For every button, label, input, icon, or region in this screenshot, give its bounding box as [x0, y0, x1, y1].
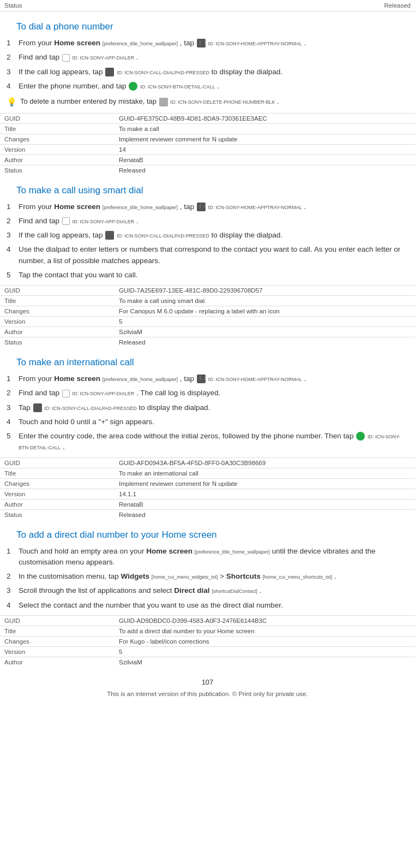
step-text: Enter the country code, the area code wi… [19, 431, 408, 453]
step-item: 3 Tap ID: ICN-SONY-CALL-DIALPAD-PRESSED … [0, 402, 415, 413]
step-text: Find and tap ID: ICN-SONY-APP-DIALER . [19, 216, 408, 227]
meta-value: GUID-AFD0943A-BF5A-4F5D-8FF0-0A30C3B9866… [115, 457, 415, 468]
meta-label: Version [0, 317, 115, 327]
id-ref: ID: ICN-SONY-APP-DIALER [73, 219, 135, 224]
step-text: Scroll through the list of applications … [19, 585, 408, 596]
id-ref: [preference_title_home_wallpaper] [103, 41, 178, 46]
steps-list-direct-dial: 1 Touch and hold an empty area on your H… [0, 546, 415, 611]
step-item: 4 Select the contact and the number that… [0, 600, 415, 611]
meta-row: Status Released [0, 337, 415, 348]
meta-row: Changes For Kugo - label/icon correction… [0, 636, 415, 646]
step-number: 2 [7, 388, 19, 399]
step-number: 4 [7, 81, 19, 92]
meta-value: To make an international call [115, 468, 415, 478]
meta-value: To add a direct dial number to your Home… [115, 626, 415, 636]
meta-label: Version [0, 144, 115, 154]
page-container: Status Released To dial a phone number 1… [0, 0, 415, 722]
meta-label: Version [0, 489, 115, 499]
meta-label: Version [0, 646, 115, 657]
meta-value: SzilviaM [115, 327, 415, 337]
id-ref: [preference_title_home_wallpaper] [195, 549, 270, 555]
step-text: If the call log appears, tap ID: ICN-SON… [19, 230, 408, 241]
step-item: 3 If the call log appears, tap ID: ICN-S… [0, 67, 415, 78]
meta-table-smart-dial: GUID GUID-7A25E697-13EE-481C-89D0-229396… [0, 285, 415, 347]
delete-icon [159, 98, 168, 106]
meta-label: Status [0, 337, 115, 348]
section-heading-international: To make an international call [16, 357, 415, 368]
steps-list-international: 1 From your Home screen [preference_titl… [0, 373, 415, 453]
apps-icon [197, 374, 206, 383]
dialpad-icon [33, 403, 42, 412]
meta-label: Status [0, 165, 115, 175]
id-ref: ID: ICN-SONY-CALL-DIALPAD-PRESSED [117, 70, 209, 75]
step-number: 5 [7, 270, 19, 281]
meta-value: RenataB [115, 499, 415, 509]
status-label: Status [4, 2, 22, 9]
step-number: 1 [7, 546, 19, 557]
bold-text: Home screen [146, 547, 193, 555]
meta-label: GUID [0, 457, 115, 468]
meta-row: Title To add a direct dial number to you… [0, 626, 415, 636]
step-item: 2 Find and tap ID: ICN-SONY-APP-DIALER .… [0, 388, 415, 399]
meta-row: Version 5 [0, 646, 415, 657]
meta-table-direct-dial: GUID GUID-AD9DBDC0-D399-4583-A0F3-2476E6… [0, 615, 415, 667]
step-item: 1 From your Home screen [preference_titl… [0, 201, 415, 212]
step-item: 1 From your Home screen [preference_titl… [0, 373, 415, 384]
step-number: 1 [7, 38, 19, 49]
meta-row: Author SzilviaM [0, 327, 415, 337]
phone-icon [62, 54, 70, 62]
meta-row: Title To make an international call [0, 468, 415, 478]
meta-row: Changes Implement reviewer comment for N… [0, 478, 415, 489]
meta-value: 5 [115, 317, 415, 327]
id-ref: [preference_title_home_wallpaper] [103, 205, 178, 210]
apps-icon [197, 203, 206, 211]
copyright: This is an internet version of this publ… [0, 691, 415, 697]
step-number: 3 [7, 230, 19, 241]
tip-block: 💡 To delete a number entered by mistake,… [7, 96, 408, 109]
step-text: In the customisation menu, tap Widgets [… [19, 571, 408, 582]
apps-icon [197, 39, 206, 47]
meta-row: Status Released [0, 165, 415, 175]
meta-table-international: GUID GUID-AFD0943A-BF5A-4F5D-8FF0-0A30C3… [0, 457, 415, 520]
page-footer: 107 This is an internet version of this … [0, 667, 415, 700]
step-item: 5 Tap the contact that you want to call. [0, 270, 415, 281]
step-text: Select the contact and the number that y… [19, 600, 408, 611]
step-text: Touch and hold an empty area on your Hom… [19, 546, 408, 568]
step-number: 3 [7, 585, 19, 596]
step-item: 1 Touch and hold an empty area on your H… [0, 546, 415, 568]
meta-label: Author [0, 327, 115, 337]
meta-value: 5 [115, 646, 415, 657]
meta-value: SzilviaM [115, 657, 415, 667]
id-ref: ID: ICN-SONY-HOME-APPTRAY-NORMAL [208, 377, 302, 382]
section-heading-direct-dial: To add a direct dial number to your Home… [16, 530, 415, 540]
meta-value: To make a call using smart dial [115, 296, 415, 306]
meta-label: Changes [0, 478, 115, 489]
section-heading-dial: To dial a phone number [16, 21, 415, 32]
meta-value: To make a call [115, 123, 415, 134]
step-text: Tap ID: ICN-SONY-CALL-DIALPAD-PRESSED to… [19, 402, 408, 413]
tip-icon: 💡 [7, 96, 17, 109]
meta-label: Changes [0, 134, 115, 144]
step-number: 1 [7, 373, 19, 384]
id-ref: ID: ICN-SONY-APP-DIALER [73, 391, 135, 396]
meta-label: Title [0, 123, 115, 134]
step-number: 4 [7, 244, 19, 255]
meta-row: Author SzilviaM [0, 657, 415, 667]
meta-row: Author RenataB [0, 154, 415, 165]
meta-value: Released [115, 165, 415, 175]
step-item: 3 If the call log appears, tap ID: ICN-S… [0, 230, 415, 241]
tip-text: To delete a number entered by mistake, t… [20, 96, 279, 107]
meta-value: 14.1.1 [115, 489, 415, 499]
step-item: 4 Use the dialpad to enter letters or nu… [0, 244, 415, 266]
meta-label: Title [0, 626, 115, 636]
step-text: Touch and hold 0 until a "+" sign appear… [19, 417, 408, 427]
step-number: 3 [7, 402, 19, 413]
bold-text: Shortcuts [226, 572, 261, 580]
step-text: From your Home screen [preference_title_… [19, 201, 408, 212]
phone-icon [62, 217, 70, 225]
meta-row: Author RenataB [0, 499, 415, 509]
top-status-bar: Status Released [0, 0, 415, 11]
steps-list-dial: 1 From your Home screen [preference_titl… [0, 38, 415, 92]
meta-value: For Canopus M 6.0 update - replacing a l… [115, 306, 415, 317]
id-ref: ID: ICN-SONY-HOME-APPTRAY-NORMAL [208, 41, 302, 46]
